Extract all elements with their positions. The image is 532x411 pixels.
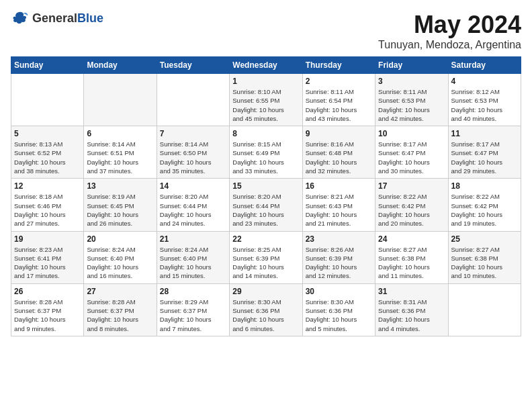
calendar-week-row: 19Sunrise: 8:23 AM Sunset: 6:41 PM Dayli… bbox=[11, 231, 521, 283]
calendar-cell: 3Sunrise: 8:11 AM Sunset: 6:53 PM Daylig… bbox=[375, 74, 448, 126]
logo-general: General bbox=[32, 11, 77, 25]
day-number: 29 bbox=[232, 287, 299, 296]
calendar-cell: 14Sunrise: 8:20 AM Sunset: 6:44 PM Dayli… bbox=[157, 179, 229, 231]
calendar-cell: 23Sunrise: 8:26 AM Sunset: 6:39 PM Dayli… bbox=[302, 231, 375, 283]
title-block: May 2024 Tunuyan, Mendoza, Argentina bbox=[378, 11, 521, 51]
day-info: Sunrise: 8:19 AM Sunset: 6:45 PM Dayligh… bbox=[87, 192, 153, 228]
calendar-cell bbox=[11, 74, 84, 126]
page-header: GeneralBlue May 2024 Tunuyan, Mendoza, A… bbox=[11, 11, 521, 51]
day-info: Sunrise: 8:22 AM Sunset: 6:42 PM Dayligh… bbox=[451, 192, 518, 228]
day-info: Sunrise: 8:14 AM Sunset: 6:50 PM Dayligh… bbox=[160, 140, 226, 175]
day-number: 14 bbox=[160, 181, 226, 191]
day-number: 4 bbox=[451, 77, 518, 86]
day-number: 26 bbox=[14, 287, 81, 296]
day-number: 17 bbox=[378, 181, 445, 191]
calendar-cell bbox=[84, 74, 157, 126]
calendar-cell: 13Sunrise: 8:19 AM Sunset: 6:45 PM Dayli… bbox=[84, 179, 157, 231]
month-title: May 2024 bbox=[378, 11, 521, 39]
calendar-cell: 15Sunrise: 8:20 AM Sunset: 6:44 PM Dayli… bbox=[230, 179, 302, 231]
day-number: 22 bbox=[232, 234, 299, 244]
day-info: Sunrise: 8:25 AM Sunset: 6:39 PM Dayligh… bbox=[232, 245, 299, 281]
logo-text: GeneralBlue bbox=[32, 11, 103, 26]
day-number: 23 bbox=[306, 234, 372, 244]
day-number: 6 bbox=[87, 129, 153, 138]
day-info: Sunrise: 8:11 AM Sunset: 6:53 PM Dayligh… bbox=[378, 87, 445, 123]
calendar-cell: 17Sunrise: 8:22 AM Sunset: 6:42 PM Dayli… bbox=[375, 179, 448, 231]
day-number: 7 bbox=[160, 129, 226, 138]
day-info: Sunrise: 8:17 AM Sunset: 6:47 PM Dayligh… bbox=[451, 140, 518, 175]
day-info: Sunrise: 8:11 AM Sunset: 6:54 PM Dayligh… bbox=[306, 87, 372, 123]
calendar-cell: 9Sunrise: 8:16 AM Sunset: 6:48 PM Daylig… bbox=[302, 126, 375, 179]
location: Tunuyan, Mendoza, Argentina bbox=[378, 39, 521, 51]
col-header-sunday: Sunday bbox=[11, 57, 84, 74]
calendar-cell: 26Sunrise: 8:28 AM Sunset: 6:37 PM Dayli… bbox=[11, 283, 84, 336]
calendar-cell: 6Sunrise: 8:14 AM Sunset: 6:51 PM Daylig… bbox=[84, 126, 157, 179]
day-info: Sunrise: 8:20 AM Sunset: 6:44 PM Dayligh… bbox=[160, 192, 226, 228]
calendar-cell: 27Sunrise: 8:28 AM Sunset: 6:37 PM Dayli… bbox=[84, 283, 157, 336]
calendar-cell: 28Sunrise: 8:29 AM Sunset: 6:37 PM Dayli… bbox=[157, 283, 229, 336]
calendar-cell: 8Sunrise: 8:15 AM Sunset: 6:49 PM Daylig… bbox=[230, 126, 302, 179]
day-info: Sunrise: 8:26 AM Sunset: 6:39 PM Dayligh… bbox=[306, 245, 372, 281]
day-info: Sunrise: 8:15 AM Sunset: 6:49 PM Dayligh… bbox=[232, 140, 299, 175]
day-number: 16 bbox=[306, 181, 372, 191]
day-info: Sunrise: 8:23 AM Sunset: 6:41 PM Dayligh… bbox=[14, 245, 81, 281]
day-info: Sunrise: 8:27 AM Sunset: 6:38 PM Dayligh… bbox=[451, 245, 518, 281]
day-info: Sunrise: 8:22 AM Sunset: 6:42 PM Dayligh… bbox=[378, 192, 445, 228]
day-info: Sunrise: 8:20 AM Sunset: 6:44 PM Dayligh… bbox=[232, 192, 299, 228]
day-number: 15 bbox=[232, 181, 299, 191]
calendar-cell: 2Sunrise: 8:11 AM Sunset: 6:54 PM Daylig… bbox=[302, 74, 375, 126]
calendar-cell: 24Sunrise: 8:27 AM Sunset: 6:38 PM Dayli… bbox=[375, 231, 448, 283]
day-info: Sunrise: 8:30 AM Sunset: 6:36 PM Dayligh… bbox=[306, 298, 372, 333]
day-info: Sunrise: 8:24 AM Sunset: 6:40 PM Dayligh… bbox=[87, 245, 153, 281]
col-header-friday: Friday bbox=[375, 57, 448, 74]
calendar-cell bbox=[448, 283, 521, 336]
day-info: Sunrise: 8:28 AM Sunset: 6:37 PM Dayligh… bbox=[14, 298, 81, 333]
day-info: Sunrise: 8:28 AM Sunset: 6:37 PM Dayligh… bbox=[87, 298, 153, 333]
day-number: 3 bbox=[378, 77, 445, 86]
day-info: Sunrise: 8:12 AM Sunset: 6:53 PM Dayligh… bbox=[451, 87, 518, 123]
logo-bird-icon bbox=[11, 11, 30, 26]
day-number: 31 bbox=[378, 287, 445, 296]
day-info: Sunrise: 8:17 AM Sunset: 6:47 PM Dayligh… bbox=[378, 140, 445, 175]
day-number: 27 bbox=[87, 287, 153, 296]
calendar-cell: 10Sunrise: 8:17 AM Sunset: 6:47 PM Dayli… bbox=[375, 126, 448, 179]
calendar-week-row: 5Sunrise: 8:13 AM Sunset: 6:52 PM Daylig… bbox=[11, 126, 521, 179]
day-info: Sunrise: 8:14 AM Sunset: 6:51 PM Dayligh… bbox=[87, 140, 153, 175]
day-info: Sunrise: 8:29 AM Sunset: 6:37 PM Dayligh… bbox=[160, 298, 226, 333]
day-number: 24 bbox=[378, 234, 445, 244]
day-number: 30 bbox=[306, 287, 372, 296]
calendar-cell: 21Sunrise: 8:24 AM Sunset: 6:40 PM Dayli… bbox=[157, 231, 229, 283]
calendar-cell: 5Sunrise: 8:13 AM Sunset: 6:52 PM Daylig… bbox=[11, 126, 84, 179]
day-number: 25 bbox=[451, 234, 518, 244]
calendar-cell: 20Sunrise: 8:24 AM Sunset: 6:40 PM Dayli… bbox=[84, 231, 157, 283]
calendar-cell: 30Sunrise: 8:30 AM Sunset: 6:36 PM Dayli… bbox=[302, 283, 375, 336]
day-number: 19 bbox=[14, 234, 81, 244]
calendar-cell: 29Sunrise: 8:30 AM Sunset: 6:36 PM Dayli… bbox=[230, 283, 302, 336]
calendar-cell: 22Sunrise: 8:25 AM Sunset: 6:39 PM Dayli… bbox=[230, 231, 302, 283]
day-info: Sunrise: 8:16 AM Sunset: 6:48 PM Dayligh… bbox=[306, 140, 372, 175]
calendar-cell: 12Sunrise: 8:18 AM Sunset: 6:46 PM Dayli… bbox=[11, 179, 84, 231]
day-number: 1 bbox=[232, 77, 299, 86]
day-number: 28 bbox=[160, 287, 226, 296]
calendar-week-row: 12Sunrise: 8:18 AM Sunset: 6:46 PM Dayli… bbox=[11, 179, 521, 231]
col-header-saturday: Saturday bbox=[448, 57, 521, 74]
col-header-wednesday: Wednesday bbox=[230, 57, 302, 74]
day-info: Sunrise: 8:10 AM Sunset: 6:55 PM Dayligh… bbox=[232, 87, 299, 123]
calendar-cell: 16Sunrise: 8:21 AM Sunset: 6:43 PM Dayli… bbox=[302, 179, 375, 231]
day-info: Sunrise: 8:18 AM Sunset: 6:46 PM Dayligh… bbox=[14, 192, 81, 228]
day-info: Sunrise: 8:27 AM Sunset: 6:38 PM Dayligh… bbox=[378, 245, 445, 281]
calendar-cell: 4Sunrise: 8:12 AM Sunset: 6:53 PM Daylig… bbox=[448, 74, 521, 126]
day-number: 12 bbox=[14, 181, 81, 191]
day-number: 11 bbox=[451, 129, 518, 138]
col-header-tuesday: Tuesday bbox=[157, 57, 229, 74]
calendar-cell: 19Sunrise: 8:23 AM Sunset: 6:41 PM Dayli… bbox=[11, 231, 84, 283]
calendar-cell: 1Sunrise: 8:10 AM Sunset: 6:55 PM Daylig… bbox=[230, 74, 302, 126]
calendar-header-row: SundayMondayTuesdayWednesdayThursdayFrid… bbox=[11, 57, 521, 74]
calendar-week-row: 1Sunrise: 8:10 AM Sunset: 6:55 PM Daylig… bbox=[11, 74, 521, 126]
day-number: 21 bbox=[160, 234, 226, 244]
day-info: Sunrise: 8:21 AM Sunset: 6:43 PM Dayligh… bbox=[306, 192, 372, 228]
day-number: 8 bbox=[232, 129, 299, 138]
day-info: Sunrise: 8:30 AM Sunset: 6:36 PM Dayligh… bbox=[232, 298, 299, 333]
day-info: Sunrise: 8:13 AM Sunset: 6:52 PM Dayligh… bbox=[14, 140, 81, 175]
day-info: Sunrise: 8:31 AM Sunset: 6:36 PM Dayligh… bbox=[378, 298, 445, 333]
